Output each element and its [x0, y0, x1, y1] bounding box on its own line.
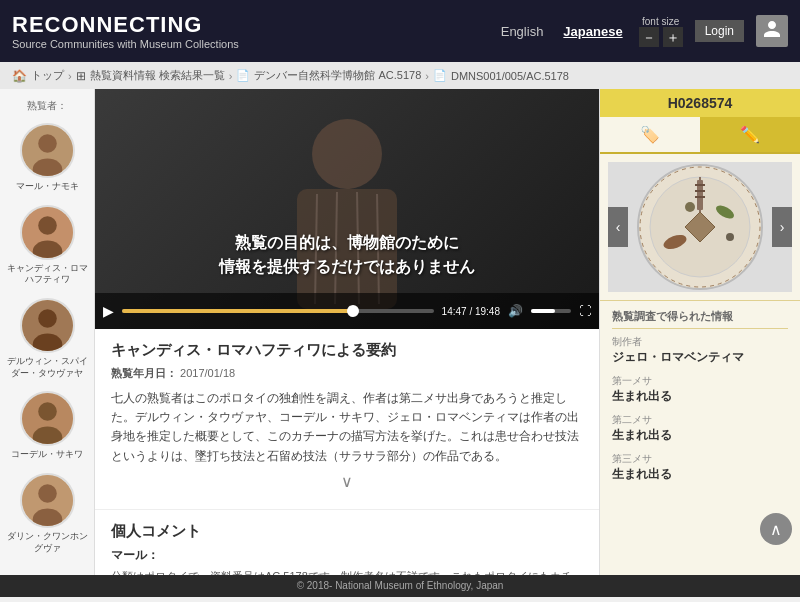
volume-bar[interactable]: [531, 309, 571, 313]
fullscreen-btn[interactable]: ⛶: [579, 304, 591, 318]
user-icon[interactable]: [756, 15, 788, 47]
info-field-creator: 制作者 ジェロ・ロマベンティマ: [612, 335, 788, 366]
summary-body: 七人の熟覧者はこのポロタイの独創性を調え、作者は第二メサ出身であろうと推定した。…: [111, 389, 583, 466]
info-field-mesa3: 第三メサ 生まれ出る: [612, 452, 788, 483]
search-icon: ⊞: [76, 69, 86, 83]
avatar: [20, 473, 75, 528]
japanese-lang-btn[interactable]: Japanese: [559, 22, 626, 41]
video-player: 熟覧の目的は、博物館のために 情報を提供するだけではありません ▶ 14:47 …: [95, 89, 599, 329]
svg-rect-30: [695, 196, 705, 198]
field-value: 生まれ出る: [612, 427, 788, 444]
font-decrease-btn[interactable]: －: [639, 27, 659, 47]
svg-rect-28: [695, 184, 705, 186]
comment-body: 分類はポロタイで、資料番号はAC.5178です。制作者名は不詳です。これもポロタ…: [111, 568, 583, 575]
breadcrumb-museum[interactable]: デンバー自然科学博物館 AC.5178: [254, 68, 421, 83]
sidebar-right: H0268574 🏷️ ✏️ ‹: [600, 89, 800, 575]
progress-dot: [347, 305, 359, 317]
home-icon: 🏠: [12, 69, 27, 83]
avatar: [20, 123, 75, 178]
reviewer-name: デルウィン・スパイダー・タウヴァヤ: [4, 356, 90, 379]
header: RECONNECTING Source Communities with Mus…: [0, 0, 800, 62]
svg-point-15: [312, 119, 382, 189]
volume-icon[interactable]: 🔊: [508, 304, 523, 318]
breadcrumb-home[interactable]: トップ: [31, 68, 64, 83]
carousel-next-btn[interactable]: ›: [772, 207, 792, 247]
field-label: 第二メサ: [612, 413, 788, 427]
info-field-mesa2: 第二メサ 生まれ出る: [612, 413, 788, 444]
footer: © 2018- National Museum of Ethnology, Ja…: [0, 575, 800, 597]
breadcrumb-search[interactable]: 熱覧資料情報 検索結果一覧: [90, 68, 225, 83]
svg-point-13: [38, 484, 57, 503]
expand-btn[interactable]: ∨: [111, 466, 583, 497]
artifact-image-container: ‹: [600, 154, 800, 300]
comment-section: 個人コメント マール： 分類はポロタイで、資料番号はAC.5178です。制作者名…: [95, 510, 599, 575]
field-value: 生まれ出る: [612, 388, 788, 405]
font-increase-btn[interactable]: ＋: [663, 27, 683, 47]
svg-point-26: [726, 233, 734, 241]
svg-rect-29: [695, 190, 705, 192]
comment-author: マール：: [111, 547, 583, 564]
field-label: 第一メサ: [612, 374, 788, 388]
reviewer-item[interactable]: ダリン・クワンホングヴァ: [0, 467, 94, 560]
reviewer-name: キャンディス・ロマハフティワ: [4, 263, 90, 286]
field-label: 第三メサ: [612, 452, 788, 466]
reviewers-label: 熟覧者：: [0, 95, 94, 117]
reviewer-name: コーデル・サキワ: [11, 449, 83, 461]
svg-point-7: [38, 309, 57, 328]
video-subtitle: 熟覧の目的は、博物館のために 情報を提供するだけではありません: [219, 231, 475, 279]
time-display: 14:47 / 19:48: [442, 306, 500, 317]
header-controls: English Japanese font size － ＋ Login: [497, 15, 788, 47]
info-section: 熟覧調査で得られた情報 制作者 ジェロ・ロマベンティマ 第一メサ 生まれ出る 第…: [600, 300, 800, 499]
login-btn[interactable]: Login: [695, 20, 744, 42]
tab-tag[interactable]: 🏷️: [600, 117, 700, 152]
reviewer-item[interactable]: コーデル・サキワ: [0, 385, 94, 467]
summary-date: 熟覧年月日： 2017/01/18: [111, 366, 583, 381]
reviewer-name: マール・ナモキ: [16, 181, 79, 193]
carousel-prev-btn[interactable]: ‹: [608, 207, 628, 247]
right-tabs: 🏷️ ✏️: [600, 117, 800, 154]
info-section-title: 熟覧調査で得られた情報: [612, 309, 788, 329]
comment-title: 個人コメント: [111, 522, 583, 541]
progress-bar[interactable]: [122, 309, 434, 313]
svg-point-25: [685, 202, 695, 212]
english-lang-btn[interactable]: English: [497, 22, 548, 41]
font-size-control: font size － ＋: [639, 16, 683, 47]
svg-point-10: [38, 403, 57, 422]
artifact-image: ‹: [608, 162, 792, 292]
doc-icon: 📄: [236, 69, 250, 82]
logo: RECONNECTING Source Communities with Mus…: [12, 12, 497, 50]
reviewer-item[interactable]: マール・ナモキ: [0, 117, 94, 199]
scroll-top-btn[interactable]: ∧: [760, 513, 792, 545]
field-value: 生まれ出る: [612, 466, 788, 483]
play-btn[interactable]: ▶: [103, 303, 114, 319]
site-subtitle: Source Communities with Museum Collectio…: [12, 38, 497, 50]
svg-point-1: [38, 134, 57, 153]
item-id: H0268574: [600, 89, 800, 117]
main-container: 熟覧者： マール・ナモキ キャンディス・ロマハフティワ: [0, 89, 800, 575]
avatar: [20, 205, 75, 260]
breadcrumb-item[interactable]: DMNS001/005/AC.5178: [451, 70, 569, 82]
doc-icon-2: 📄: [433, 69, 447, 82]
progress-fill: [122, 309, 353, 313]
avatar: [20, 298, 75, 353]
site-title: RECONNECTING: [12, 12, 497, 38]
artifact-svg: [635, 162, 765, 292]
avatar: [20, 391, 75, 446]
reviewer-name: ダリン・クワンホングヴァ: [4, 531, 90, 554]
info-field-mesa1: 第一メサ 生まれ出る: [612, 374, 788, 405]
reviewer-item[interactable]: キャンディス・ロマハフティワ: [0, 199, 94, 292]
field-label: 制作者: [612, 335, 788, 349]
summary-section: キャンディス・ロマハフティワによる要約 熟覧年月日： 2017/01/18 七人…: [95, 329, 599, 510]
video-controls: ▶ 14:47 / 19:48 🔊 ⛶: [95, 293, 599, 329]
breadcrumb: 🏠 トップ › ⊞ 熱覧資料情報 検索結果一覧 › 📄 デンバー自然科学博物館 …: [0, 62, 800, 89]
summary-title: キャンディス・ロマハフティワによる要約: [111, 341, 583, 360]
center-content: 熟覧の目的は、博物館のために 情報を提供するだけではありません ▶ 14:47 …: [95, 89, 600, 575]
svg-point-4: [38, 216, 57, 235]
tab-edit[interactable]: ✏️: [700, 117, 800, 152]
field-value: ジェロ・ロマベンティマ: [612, 349, 788, 366]
footer-text: © 2018- National Museum of Ethnology, Ja…: [297, 580, 504, 591]
sidebar-left: 熟覧者： マール・ナモキ キャンディス・ロマハフティワ: [0, 89, 95, 575]
font-size-label: font size: [642, 16, 679, 27]
reviewer-item[interactable]: デルウィン・スパイダー・タウヴァヤ: [0, 292, 94, 385]
